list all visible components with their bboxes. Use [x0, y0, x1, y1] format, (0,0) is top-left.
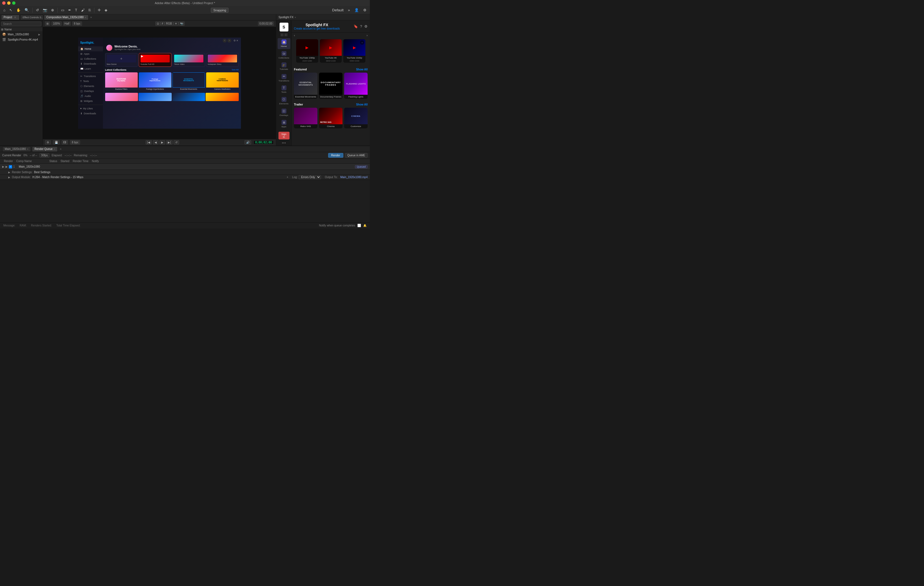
sfx-sign-in-btn[interactable]: Sign In: [279, 132, 289, 139]
workspace-default[interactable]: Default: [331, 7, 345, 13]
sp-scene-tk[interactable]: Tiktok Video: [173, 53, 205, 67]
render-button[interactable]: Render: [328, 153, 343, 158]
tool-mask[interactable]: ◈: [104, 7, 109, 13]
bc-prev[interactable]: ◀: [153, 140, 158, 144]
render-expand-1b[interactable]: ▶: [5, 165, 8, 168]
sfx-nav-tutorials[interactable]: 🎓 Tutorials: [278, 61, 290, 72]
sfx-trail-card-1[interactable]: Retro VHS: [294, 108, 317, 128]
close-button[interactable]: [2, 2, 5, 5]
sfx-trail-card-3[interactable]: CINEMA Customize: [344, 108, 368, 128]
sp-back-arrow[interactable]: ‹: [223, 39, 226, 43]
bc-audio[interactable]: 🔊: [244, 140, 251, 144]
sp-nav-apps[interactable]: ⊞ Apps: [78, 51, 103, 56]
sp-nav-audio[interactable]: 🎵 Audio: [78, 94, 103, 99]
sp-nav-overlays[interactable]: ◫ Overlays: [78, 89, 103, 94]
viewer-region[interactable]: ⊡: [155, 22, 160, 26]
render-checkbox-1[interactable]: ✓: [9, 165, 12, 169]
bc-save[interactable]: 💾: [53, 140, 59, 144]
sfx-yt-card-3-arrow[interactable]: ›: [360, 40, 364, 45]
sp-coll-essential[interactable]: ESSENTIALMOVEMENTS Essential Movements: [173, 72, 205, 91]
tool-camera[interactable]: 📷: [42, 7, 48, 13]
tool-shape[interactable]: ▭: [60, 7, 65, 13]
notify-complete-checkbox[interactable]: [357, 223, 361, 227]
bc-bpc[interactable]: 8 bpc: [70, 140, 80, 144]
sp-nav-likes[interactable]: ♥ My Likes: [78, 106, 103, 111]
sp-nav-transitions[interactable]: ✏ Transitions: [78, 74, 103, 79]
sfx-nav-apps[interactable]: ⊞ Apps: [278, 119, 290, 129]
sfx-yt-card-3[interactable]: ▶ YouTube 2160p 4096×2048 ›: [343, 39, 365, 63]
sp-forward-arrow[interactable]: ›: [228, 39, 231, 43]
sp-scene-new[interactable]: + New Scene: [105, 53, 138, 67]
tool-text[interactable]: T: [74, 7, 78, 13]
sfx-feat-card-2[interactable]: DOCUMENTARY FRAMES Documentary Frames: [319, 73, 343, 99]
search-input[interactable]: [1, 22, 41, 26]
bc-play[interactable]: ▶: [160, 140, 165, 144]
rq-tab[interactable]: Render Queue ×: [32, 146, 58, 152]
toolbar-settings[interactable]: ⚙: [362, 7, 368, 13]
sfx-trail-card-2[interactable]: RETRO VHS Cinema: [319, 108, 343, 128]
settings-expand-icon[interactable]: ▶: [8, 171, 10, 174]
viewer-snapshot[interactable]: 📷: [178, 22, 185, 26]
sp-coll-camera[interactable]: CAMERAVIEWFINDERS Camera Viewfinders: [206, 72, 239, 91]
sfx-gear-icon[interactable]: ⚙: [364, 24, 368, 28]
output-expand-icon[interactable]: ▶: [8, 176, 10, 179]
bc-timecode[interactable]: 0;00;02;00: [253, 140, 274, 144]
comp-main-tab-close[interactable]: ×: [85, 16, 86, 19]
sp-nav-dl[interactable]: ⬇ Downloads: [78, 111, 103, 116]
sfx-yt-card-2[interactable]: ▶ YouTube 4K 3840×2160: [320, 39, 342, 63]
viewer-bpc[interactable]: 8 bpc: [72, 22, 82, 26]
output-to-value[interactable]: Main_1920x1080.mp4: [340, 175, 368, 179]
sfx-yt-nav-right[interactable]: ›: [366, 34, 368, 37]
sp-nav-elements[interactable]: ⬡ Elements: [78, 84, 103, 89]
sfx-yt-nav-left[interactable]: ‹: [294, 34, 295, 37]
tool-select[interactable]: ↖: [8, 7, 13, 13]
viewer-magnification[interactable]: 100%: [51, 22, 61, 26]
sfx-nav-elements[interactable]: ⬡ Elements: [278, 96, 290, 107]
sfx-bookmark-icon[interactable]: 🔖: [353, 24, 358, 28]
bc-prev-frame[interactable]: |◀: [146, 140, 152, 144]
sfx-panel-close[interactable]: ×: [294, 16, 296, 19]
viewer-timecode[interactable]: 0;00;02;00: [258, 22, 274, 26]
sfx-logo[interactable]: S: [280, 23, 289, 31]
sfx-help-icon[interactable]: ?: [360, 24, 362, 28]
tool-rotate[interactable]: ↺: [35, 7, 40, 13]
sp-nav-home[interactable]: 🏠 Home: [78, 46, 103, 51]
viewer-quality[interactable]: Half: [63, 22, 71, 26]
sp-nav-learn[interactable]: 📖 Learn: [78, 66, 103, 71]
sp-scene-ig[interactable]: Instagram Story: [206, 53, 239, 67]
sp-nav-texts[interactable]: T Texts: [78, 79, 103, 84]
viewer-grid[interactable]: #: [160, 22, 165, 26]
sp-collections-see-all[interactable]: See All: [232, 68, 239, 71]
sfx-nav-texts[interactable]: T Texts: [278, 84, 290, 95]
sfx-nav-back[interactable]: ‹: [280, 33, 284, 36]
output-add-btn[interactable]: +: [287, 175, 289, 179]
sp-scene-yt[interactable]: ▶ Youtube Full HD: [139, 53, 172, 67]
sp-coll-duotone[interactable]: DUOTONEFILTERS Duotone Filters: [105, 72, 138, 91]
log-select[interactable]: Errors Only: [299, 175, 321, 179]
bc-render[interactable]: 🎞: [62, 140, 68, 144]
sp-coll-footage[interactable]: FootageImperfections Footage Imperfectio…: [139, 72, 172, 91]
queue-ame-button[interactable]: Queue in AME: [345, 153, 368, 158]
sfx-nav-fwd[interactable]: ›: [284, 33, 287, 36]
viewer-channels[interactable]: RGB: [165, 22, 173, 26]
sfx-nav-transitions[interactable]: ✏ Transitions: [278, 73, 290, 84]
project-tab-more[interactable]: ≡: [13, 15, 17, 19]
timeline-tab[interactable]: Main_1920x1080 ×: [2, 146, 31, 152]
bc-loop[interactable]: ↺: [173, 140, 179, 144]
sfx-yt-card-1[interactable]: ▶ YouTube 1080p 1920×1080: [296, 39, 318, 63]
tool-zoom[interactable]: 🔍: [23, 7, 30, 13]
sp-nav-widgets[interactable]: ⊞ Widgets: [78, 99, 103, 104]
sp-nav-collections[interactable]: 🗂 Collections: [78, 56, 103, 61]
minimize-button[interactable]: [7, 2, 10, 5]
bc-settings[interactable]: ⚙: [45, 140, 51, 144]
toolbar-extend[interactable]: »: [347, 7, 351, 13]
sfx-nav-home[interactable]: 🏠 Home: [278, 38, 290, 49]
viewer-always-preview[interactable]: ⊞: [45, 22, 50, 26]
sfx-featured-show-all[interactable]: Show All: [356, 68, 368, 71]
timeline-tab-close[interactable]: ×: [27, 148, 28, 151]
rq-more[interactable]: »: [59, 147, 63, 151]
tool-pen[interactable]: ✒: [67, 7, 72, 13]
tool-clone[interactable]: ⎘: [87, 7, 92, 13]
sfx-nav-collections[interactable]: 🗂 Collections: [278, 50, 290, 61]
tool-anchor[interactable]: ✛: [97, 7, 102, 13]
